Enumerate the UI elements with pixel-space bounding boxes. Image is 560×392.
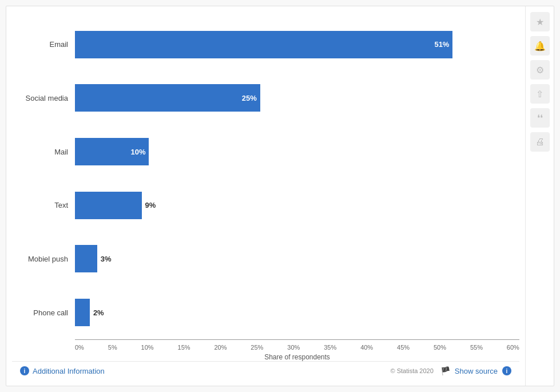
- bar-track: 9%: [75, 192, 519, 219]
- bar-row: Mail10%: [12, 132, 519, 172]
- bar-track: 2%: [75, 299, 519, 326]
- x-tick-label: 35%: [324, 344, 336, 351]
- info-icon[interactable]: i: [20, 366, 29, 375]
- x-tick-label: 10%: [141, 344, 154, 351]
- x-tick-label: 0%: [75, 344, 84, 351]
- footer-right: © Statista 2020 🏴 Show source i: [390, 366, 511, 375]
- x-tick-label: 15%: [178, 344, 190, 351]
- bar-track: 10%: [75, 138, 519, 165]
- bar-track: 3%: [75, 245, 519, 272]
- statista-credit: © Statista 2020: [390, 367, 433, 374]
- sidebar: ★ 🔔 ⚙ ⇧ ❛❛ 🖨: [525, 6, 554, 386]
- x-tick-label: 30%: [287, 344, 300, 351]
- bell-icon[interactable]: 🔔: [530, 36, 550, 56]
- x-axis: [75, 339, 519, 343]
- bars-section: Email51%Social media25%Mail10%Text9%Mobi…: [12, 18, 519, 339]
- bar-label: Phone call: [12, 308, 75, 317]
- bar-label: Mobiel push: [12, 255, 75, 263]
- show-source-link[interactable]: Show source: [455, 367, 498, 375]
- bar-value-outside: 3%: [101, 255, 112, 263]
- bar-row: Mobiel push3%: [12, 239, 519, 279]
- bar-fill: 51%: [75, 31, 452, 58]
- x-tick-label: 5%: [108, 344, 117, 351]
- x-tick-label: 50%: [434, 344, 446, 351]
- chart-area: Email51%Social media25%Mail10%Text9%Mobi…: [6, 6, 525, 386]
- footer-bar: i Additional Information © Statista 2020…: [12, 361, 519, 380]
- bar-label: Text: [12, 201, 75, 209]
- x-tick-label: 60%: [507, 344, 519, 351]
- grid-and-bars: Email51%Social media25%Mail10%Text9%Mobi…: [12, 18, 519, 339]
- flag-icon: 🏴: [440, 366, 450, 375]
- bar-fill: 25%: [75, 84, 260, 112]
- bar-row: Text9%: [12, 185, 519, 225]
- x-tick-label: 40%: [360, 344, 373, 351]
- bar-label: Social media: [12, 94, 75, 102]
- share-icon[interactable]: ⇧: [530, 84, 550, 104]
- x-tick-label: 45%: [397, 344, 410, 351]
- quote-icon[interactable]: ❛❛: [530, 108, 550, 128]
- print-icon[interactable]: 🖨: [530, 132, 550, 152]
- gear-icon[interactable]: ⚙: [530, 60, 550, 80]
- source-info-icon[interactable]: i: [502, 366, 511, 375]
- main-container: Email51%Social media25%Mail10%Text9%Mobi…: [6, 6, 554, 386]
- footer-left: i Additional Information: [20, 366, 105, 375]
- bar-value-outside: 2%: [93, 308, 104, 317]
- bar-fill: [75, 245, 97, 272]
- bar-label: Mail: [12, 148, 75, 156]
- additional-info-link[interactable]: Additional Information: [33, 367, 105, 375]
- bar-value-outside: 9%: [145, 201, 156, 209]
- bar-value-inside: 25%: [242, 94, 257, 102]
- chart-wrapper: Email51%Social media25%Mail10%Text9%Mobi…: [12, 18, 519, 361]
- bar-track: 25%: [75, 84, 519, 112]
- bar-row: Phone call2%: [12, 292, 519, 332]
- x-tick-label: 55%: [470, 344, 483, 351]
- bar-fill: 10%: [75, 138, 149, 165]
- bar-track: 51%: [75, 31, 519, 58]
- x-tick-label: 25%: [251, 344, 263, 351]
- star-icon[interactable]: ★: [530, 12, 550, 31]
- bar-label: Email: [12, 40, 75, 49]
- x-axis-labels: 0%5%10%15%20%25%30%35%40%45%50%55%60%: [75, 344, 519, 351]
- bar-fill: [75, 192, 142, 219]
- bar-fill: [75, 299, 90, 326]
- bar-value-inside: 51%: [434, 40, 449, 49]
- x-axis-title: Share of respondents: [75, 353, 519, 361]
- bar-row: Email51%: [12, 25, 519, 65]
- x-tick-label: 20%: [214, 344, 227, 351]
- bar-row: Social media25%: [12, 78, 519, 118]
- bar-value-inside: 10%: [130, 148, 145, 156]
